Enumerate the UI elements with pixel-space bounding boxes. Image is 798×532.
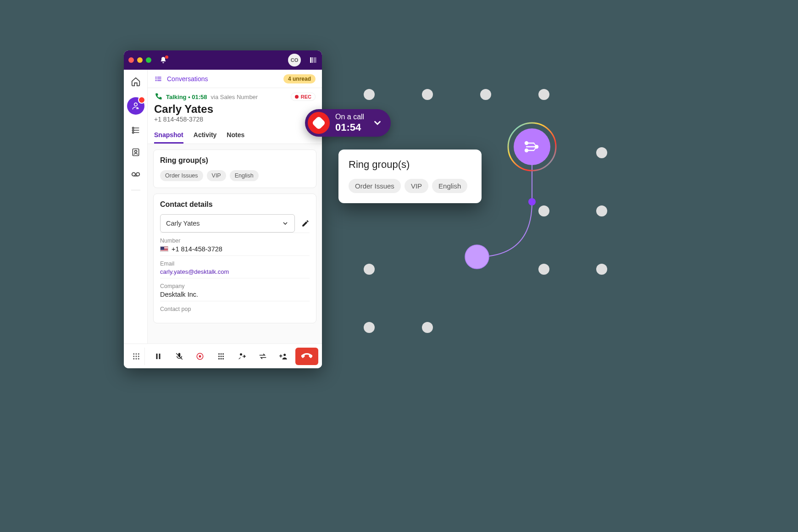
ring-groups-popout: Ring group(s) Order Issues VIP English	[338, 150, 482, 203]
field-label: Number	[160, 238, 310, 244]
chevron-down-icon[interactable]	[372, 118, 382, 128]
call-status-row: Talking • 01:58 via Sales Number REC	[148, 88, 322, 101]
phone-icon	[154, 93, 162, 101]
contact-details-title: Contact details	[160, 200, 310, 209]
mute-button[interactable]	[170, 348, 189, 365]
content-scroll[interactable]: Ring group(s) Order Issues VIP English C…	[148, 144, 322, 344]
main-panel: Conversations 4 unread Talking • 01:58 v…	[148, 70, 322, 344]
ring-group-chip[interactable]: Order Issues	[160, 170, 203, 181]
svg-point-5	[528, 198, 536, 205]
edit-icon[interactable]	[301, 219, 310, 227]
transfer-button[interactable]	[233, 348, 252, 365]
svg-point-26	[135, 358, 137, 359]
svg-rect-29	[159, 354, 160, 359]
workflow-icon[interactable]	[129, 124, 142, 137]
window-controls[interactable]	[128, 57, 151, 63]
decor-dot	[596, 205, 607, 216]
svg-rect-8	[310, 57, 311, 63]
panel-toggle-icon[interactable]	[309, 56, 317, 64]
svg-point-36	[218, 355, 220, 357]
svg-point-42	[240, 353, 242, 355]
decor-dot	[364, 264, 375, 275]
add-caller-button[interactable]	[274, 348, 294, 365]
hangup-button[interactable]	[295, 348, 318, 365]
svg-point-34	[221, 353, 222, 355]
conversations-label[interactable]: Conversations	[167, 75, 208, 83]
svg-point-27	[138, 358, 139, 359]
apps-grid-icon[interactable]	[127, 348, 145, 365]
ring-group-chip[interactable]: Order Issues	[349, 179, 401, 193]
field-value[interactable]: carly.yates@desktalk.com	[160, 268, 310, 275]
svg-rect-10	[314, 57, 316, 63]
decor-dot	[422, 322, 433, 333]
contact-select[interactable]: Carly Yates	[160, 214, 295, 233]
list-icon	[154, 75, 162, 83]
svg-point-23	[135, 355, 137, 357]
notifications-icon[interactable]	[160, 56, 167, 64]
sidebar	[124, 70, 148, 344]
voicemail-icon[interactable]	[129, 168, 142, 181]
decor-dot	[596, 264, 607, 275]
tabs: Snapshot Activity Notes	[148, 127, 322, 144]
ring-groups-title: Ring group(s)	[160, 156, 310, 165]
tab-notes[interactable]: Notes	[227, 127, 244, 144]
ring-group-chip[interactable]: English	[230, 170, 259, 181]
svg-point-17	[132, 172, 135, 176]
sidebar-divider	[131, 190, 140, 190]
recording-badge[interactable]: REC	[291, 93, 316, 101]
unread-badge[interactable]: 4 unread	[283, 74, 316, 83]
field-number: Number +1 814-458-3728	[160, 233, 310, 255]
contact-name: Carly Yates	[148, 101, 322, 116]
tab-activity[interactable]: Activity	[194, 127, 217, 144]
ring-group-chip[interactable]: VIP	[207, 170, 226, 181]
conversations-icon[interactable]	[127, 97, 144, 115]
maximize-icon[interactable]	[146, 57, 151, 63]
tab-snapshot[interactable]: Snapshot	[154, 127, 183, 144]
record-button[interactable]	[190, 348, 210, 365]
svg-point-39	[218, 358, 220, 359]
conversations-bar: Conversations 4 unread	[148, 70, 322, 88]
ring-group-chip[interactable]: VIP	[405, 179, 428, 193]
contact-select-value: Carly Yates	[166, 220, 200, 227]
svg-point-19	[133, 353, 134, 355]
svg-point-35	[222, 353, 224, 355]
close-icon[interactable]	[128, 57, 134, 63]
svg-point-14	[132, 132, 133, 133]
svg-point-43	[283, 354, 286, 356]
decor-dot	[480, 89, 491, 100]
field-contact-pop: Contact pop	[160, 301, 310, 316]
decor-graph	[459, 115, 596, 298]
ring-group-chip[interactable]: English	[432, 179, 467, 193]
home-icon[interactable]	[129, 75, 142, 88]
svg-point-11	[134, 103, 137, 106]
minimize-icon[interactable]	[137, 57, 143, 63]
svg-point-38	[222, 355, 224, 357]
svg-point-13	[132, 129, 133, 131]
svg-point-41	[222, 358, 224, 359]
dialpad-button[interactable]	[211, 348, 231, 365]
user-avatar[interactable]: CO	[288, 54, 301, 66]
svg-point-24	[138, 355, 139, 357]
swap-button[interactable]	[254, 348, 273, 365]
field-label: Company	[160, 283, 310, 289]
hold-button[interactable]	[149, 348, 168, 365]
app-window: CO	[124, 50, 322, 368]
svg-point-33	[218, 353, 220, 355]
record-dot-icon	[295, 95, 299, 99]
field-value: Desktalk Inc.	[160, 291, 310, 298]
ring-groups-popout-title: Ring group(s)	[349, 159, 471, 171]
field-label: Contact pop	[160, 306, 310, 312]
call-status: Talking • 01:58	[166, 94, 207, 100]
decor-dot	[538, 89, 549, 100]
decor-dot	[364, 322, 375, 333]
contacts-icon[interactable]	[129, 146, 142, 159]
contact-phone: +1 814-458-3728	[148, 116, 322, 127]
svg-point-40	[221, 358, 222, 359]
field-company: Company Desktalk Inc.	[160, 278, 310, 301]
svg-point-18	[136, 172, 139, 176]
field-value: +1 814-458-3728	[160, 245, 310, 253]
chevron-down-icon	[282, 220, 289, 227]
us-flag-icon	[160, 246, 168, 252]
svg-rect-32	[199, 355, 201, 357]
call-status-pill[interactable]: On a call 01:54	[305, 109, 391, 137]
